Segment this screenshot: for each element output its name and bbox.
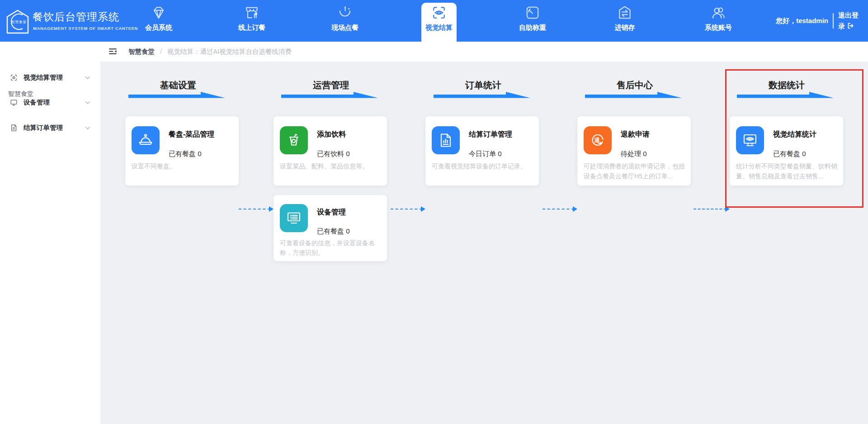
device-list-icon (280, 204, 308, 232)
dine-in-icon (337, 5, 353, 20)
nav-label: 线上订餐 (225, 24, 279, 32)
breadcrumb-current: 视觉结算：通过AI视觉结算台自选餐线消费 (167, 48, 292, 55)
nav-label: 视觉结算 (412, 24, 466, 32)
card-title: 退款申请 (621, 130, 650, 139)
logo-text: 智慧食堂 (11, 20, 27, 24)
top-header: 智慧食堂 餐饮后台管理系统 MANAGEMENT SYSTEM OF SMART… (0, 0, 868, 42)
column-arrow (434, 91, 533, 100)
card-desc: 设置菜品、配料、菜品信息等。 (280, 161, 382, 171)
document-icon (10, 124, 18, 132)
card-count: 已有餐盘 0 (317, 227, 350, 236)
nav-item-visual-checkout[interactable]: 视觉结算 (412, 0, 466, 42)
flow-connector-arrow (542, 206, 577, 212)
nav-item-system-account[interactable]: 系统账号 (691, 0, 745, 42)
report-icon (432, 126, 460, 154)
brand-logo-icon: 智慧食堂 (5, 9, 30, 34)
highlight-annotation-box (725, 69, 863, 208)
column-title: 基础设置 (128, 79, 228, 91)
flow-card-add-drink[interactable]: 添加饮料 已有饮料 0 设置菜品、配料、菜品信息等。 (274, 116, 387, 186)
user-greeting: 您好，testadmin (776, 17, 828, 25)
sidebar-item-label: 结算订单管理 (24, 124, 63, 132)
main-content: 基础设置 运营管理 订单统计 售后中心 数据统计 餐盘-菜品管理 已有餐盘 0 … (100, 62, 868, 424)
card-count: 已有饮料 0 (317, 150, 350, 158)
card-desc: 可查看视觉结算设备的订单记录。 (432, 161, 533, 171)
nav-item-self-weighing[interactable]: 自助称重 (505, 0, 560, 42)
sidebar-item-label: 设备管理 (24, 98, 50, 107)
card-count: 待处理 0 (621, 150, 647, 158)
flow-connector-arrow (239, 206, 274, 212)
refund-icon: 退 (584, 126, 612, 154)
scale-icon (525, 5, 540, 20)
nav-label: 会员系统 (132, 24, 186, 32)
column-arrow (585, 91, 684, 100)
sidebar: 智慧食堂 视觉结算管理 设备管理 (0, 42, 100, 424)
card-title: 添加饮料 (317, 130, 346, 139)
sidebar-item-device-mgmt[interactable]: 设备管理 (0, 94, 100, 112)
sidebar-item-visual-checkout-mgmt[interactable]: 视觉结算管理 (0, 69, 100, 87)
menu-fold-icon[interactable] (108, 47, 117, 56)
logout-button[interactable]: 退出登录 (838, 10, 863, 32)
nav-label: 自助称重 (505, 24, 560, 32)
flow-connector-arrow (693, 206, 730, 212)
user-area: 您好，testadmin 退出登录 (776, 0, 863, 42)
sidebar-item-label: 视觉结算管理 (24, 73, 63, 82)
eye-scan-icon (431, 5, 447, 20)
nav-item-inventory[interactable]: 进销存 (598, 0, 652, 42)
monitor-icon (10, 99, 18, 106)
storefront-icon (244, 5, 259, 20)
card-title: 设备管理 (317, 208, 346, 217)
flow-card-device-mgmt[interactable]: 设备管理 已有餐盘 0 可查看设备的信息，并设置设备名称，方便识别。 (274, 195, 387, 261)
card-title: 餐盘-菜品管理 (169, 130, 214, 139)
flow-card-refund-request[interactable]: 退 退款申请 待处理 0 可处理消费者的退款申请记录，包括设备点餐及云餐厅H5上… (577, 116, 691, 186)
nav-item-online-order[interactable]: 线上订餐 (225, 0, 279, 42)
account-icon (711, 5, 726, 20)
chevron-down-icon (85, 126, 90, 130)
logout-icon (847, 22, 854, 29)
breadcrumb-separator: / (160, 48, 162, 55)
column-title: 售后中心 (585, 79, 684, 91)
card-count: 已有餐盘 0 (169, 150, 202, 158)
svg-text:退: 退 (594, 137, 600, 143)
card-title: 结算订单管理 (469, 130, 512, 139)
card-count: 今日订单 0 (469, 150, 502, 158)
nav-label: 进销存 (598, 24, 652, 32)
column-arrow (281, 91, 381, 100)
breadcrumb: 智慧食堂 / 视觉结算：通过AI视觉结算台自选餐线消费 (128, 48, 292, 56)
column-title: 订单统计 (434, 79, 533, 91)
chevron-down-icon (85, 76, 90, 80)
divider (833, 13, 834, 29)
nav-label: 现场点餐 (318, 24, 372, 32)
nav-item-membership[interactable]: 会员系统 (132, 0, 186, 42)
cloche-icon (132, 126, 160, 154)
breadcrumb-bar: 智慧食堂 / 视觉结算：通过AI视觉结算台自选餐线消费 (100, 42, 868, 62)
eye-scan-icon (10, 74, 18, 81)
column-title: 运营管理 (281, 79, 381, 91)
card-desc: 可处理消费者的退款申请记录，包括设备点餐及云餐厅H5上的订单... (584, 161, 685, 181)
card-desc: 可查看设备的信息，并设置设备名称，方便识别。 (280, 238, 382, 257)
gem-icon (151, 5, 166, 20)
flow-card-plate-dish-mgmt[interactable]: 餐盘-菜品管理 已有餐盘 0 设置不同餐盘。 (125, 116, 239, 186)
breadcrumb-root[interactable]: 智慧食堂 (128, 48, 155, 55)
app-title: 餐饮后台管理系统 (33, 10, 119, 24)
flow-connector-arrow (391, 206, 425, 212)
nav-item-onsite-order[interactable]: 现场点餐 (318, 0, 372, 42)
warehouse-icon (617, 5, 632, 20)
sidebar-item-settlement-order-mgmt[interactable]: 结算订单管理 (0, 119, 100, 137)
drink-icon (280, 126, 308, 154)
flow-card-settlement-orders[interactable]: 结算订单管理 今日订单 0 可查看视觉结算设备的订单记录。 (425, 116, 539, 186)
column-arrow (128, 91, 228, 100)
nav-label: 系统账号 (691, 24, 745, 32)
app-root: 智慧食堂 餐饮后台管理系统 MANAGEMENT SYSTEM OF SMART… (0, 0, 868, 424)
chevron-down-icon (85, 101, 90, 105)
card-desc: 设置不同餐盘。 (132, 161, 233, 171)
app-subtitle: MANAGEMENT SYSTEM OF SMART CANTEEN (33, 26, 138, 31)
